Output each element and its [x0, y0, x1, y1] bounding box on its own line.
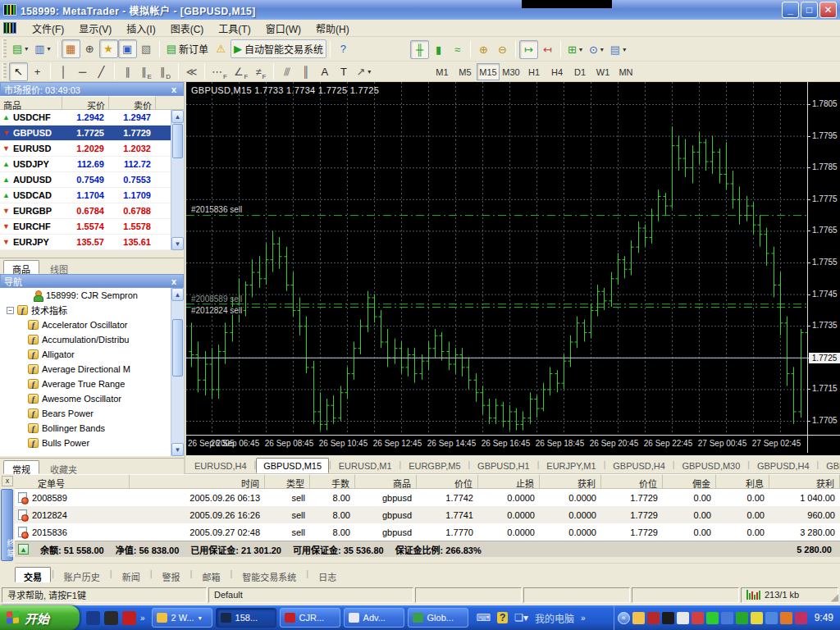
terminal-tab-4[interactable]: 邮箱 — [193, 567, 229, 582]
close-button[interactable]: ✕ — [819, 2, 837, 18]
scroll-up-icon[interactable]: ▲ — [171, 288, 184, 301]
chart-tab-GBPUSD-H1[interactable]: GBPUSD,H1 — [470, 458, 537, 473]
help-button[interactable]: ? — [334, 39, 353, 58]
tab-商品[interactable]: 商品 — [3, 260, 39, 274]
quick-launch-icon-3[interactable] — [122, 611, 136, 625]
new-chart-button[interactable]: ▤▾ — [9, 39, 31, 58]
market-watch-row[interactable]: ▲USDJPY112.69112.72 — [0, 157, 184, 172]
navigator-indicator-item[interactable]: fAwesome Oscillator — [0, 391, 184, 406]
scrollbar-thumb[interactable] — [172, 319, 183, 377]
menu-item[interactable]: 图表(C) — [163, 20, 212, 37]
quick-launch-icon-2[interactable] — [104, 611, 118, 625]
terminal-tab-2[interactable]: 新闻 — [113, 567, 149, 582]
text-label-tool[interactable]: T — [334, 62, 353, 81]
zoom-in-button[interactable]: ⊕ — [474, 40, 493, 59]
fibo-expansion-tool[interactable]: ≠F — [251, 62, 270, 81]
navigator-toggle[interactable]: ★ — [99, 39, 118, 58]
orders-column-header[interactable]: 止损 — [478, 474, 540, 488]
collapse-icon[interactable]: − — [7, 307, 14, 314]
horizontal-line-tool[interactable]: ─ — [73, 62, 92, 81]
chart-tab-GBPUSD-M30[interactable]: GBPUSD,M30 — [674, 458, 747, 473]
taskbar-task-CJR[interactable]: CJR... — [280, 608, 340, 628]
crosshair-tool[interactable]: + — [28, 62, 47, 81]
expert-advisors-button[interactable]: ▶自动智能交易系统 — [231, 39, 326, 58]
timeframe-mn[interactable]: MN — [614, 63, 637, 80]
orders-column-header[interactable]: 价位 — [417, 474, 478, 488]
market-watch-row[interactable]: ▲USDCAD1.17041.1709 — [0, 188, 184, 203]
tray-icon-1[interactable] — [632, 612, 645, 624]
tray-icon-8[interactable] — [736, 612, 748, 624]
status-profile[interactable]: Default — [208, 587, 413, 603]
tray-collapse-icon[interactable]: « — [618, 612, 630, 624]
timeframe-m15[interactable]: M15 — [477, 63, 500, 80]
tray-icon-11[interactable] — [780, 612, 792, 624]
scroll-down-icon[interactable]: ▼ — [171, 443, 184, 456]
menu-item[interactable]: 插入(I) — [119, 20, 162, 37]
chevron-icon[interactable]: » — [581, 614, 586, 623]
chart-plot[interactable]: #2008589 sell#2012824 sell#2015836 sell — [186, 82, 807, 435]
tray-icon-10[interactable] — [765, 612, 778, 624]
chart-time-scale[interactable]: 26 Sep 200526 Sep 06:4526 Sep 08:4526 Se… — [186, 435, 840, 453]
timeframe-m30[interactable]: M30 — [500, 63, 523, 80]
timeframe-w1[interactable]: W1 — [591, 63, 614, 80]
chart-tab-GBPUSD-H4[interactable]: GBPUSD,H4 — [750, 458, 817, 473]
zoom-out-button[interactable]: ⊖ — [493, 40, 512, 59]
order-row[interactable]: 20158362005.09.27 02:48sell8.00gbpusd1.7… — [15, 523, 840, 541]
navigator-indicator-item[interactable]: fAverage Directional M — [0, 362, 184, 377]
orders-column-header[interactable]: 手数 — [310, 474, 355, 488]
my-computer-toolbar[interactable]: 我的电脑 — [535, 611, 574, 625]
tray-icon-12[interactable] — [795, 612, 807, 624]
trendline-tool[interactable]: ╱ — [92, 62, 111, 81]
market-watch-row[interactable]: ▼EURJPY135.57135.61 — [0, 235, 184, 250]
chart-shift-button[interactable]: ↤ — [538, 40, 557, 59]
taskbar-task-Glob[interactable]: Glob... — [408, 608, 468, 628]
fibo-fan-tool[interactable]: ∠F — [231, 62, 252, 81]
indicators-button[interactable]: ⊞▾ — [564, 40, 586, 59]
cycle-lines-tool[interactable]: ║ — [296, 62, 315, 81]
arrows-tool[interactable]: ↗▾ — [353, 62, 374, 81]
orders-column-header[interactable]: 类型 — [265, 474, 310, 488]
navigator-indicator-item[interactable]: fBulls Power — [0, 436, 184, 450]
scroll-down-icon[interactable]: ▼ — [171, 237, 184, 250]
close-icon[interactable]: x — [168, 84, 180, 94]
column-bid[interactable]: 买价 — [62, 96, 109, 109]
navigator-indicator-item[interactable]: fAlligator — [0, 347, 184, 362]
gann-fan-tool[interactable]: ≪ — [182, 62, 201, 81]
menu-item[interactable]: 显示(V) — [71, 20, 119, 37]
order-row[interactable]: 20128242005.09.26 16:26sell8.00gbpusd1.7… — [15, 506, 840, 523]
tray-icon-2[interactable] — [647, 612, 660, 624]
timeframe-m1[interactable]: M1 — [431, 63, 454, 80]
chart-tab-GBPUSD-M15[interactable]: GBPUSD,M15 — [256, 458, 329, 473]
toolbar-grip[interactable] — [2, 63, 7, 79]
parallel-lines-tool[interactable]: ⫻ — [277, 62, 296, 81]
orders-column-header[interactable]: 获利 — [769, 474, 840, 488]
timeframe-h1[interactable]: H1 — [523, 63, 546, 80]
navigator-titlebar[interactable]: 导航 x — [0, 274, 184, 288]
keyboard-layout-icon[interactable]: ⌨ — [477, 612, 491, 623]
maximize-button[interactable]: □ — [801, 2, 818, 18]
tray-icon-6[interactable] — [706, 612, 719, 624]
menu-item[interactable]: 窗口(W) — [258, 20, 308, 37]
data-window-button[interactable]: ⊕ — [80, 39, 99, 58]
navigator-account-item[interactable]: 158999: CJR Sempron — [0, 288, 184, 303]
navigator-group-indicators[interactable]: −f技术指标 — [0, 303, 184, 317]
navigator-indicator-item[interactable]: fBears Power — [0, 406, 184, 421]
chart-window[interactable]: #2008589 sell#2012824 sell#2015836 sell … — [185, 82, 840, 455]
market-watch-scrollbar[interactable]: ▲ ▼ — [171, 110, 184, 250]
toolbar-grip[interactable] — [2, 39, 7, 58]
chart-tab-EURJPY-M1[interactable]: EURJPY,M1 — [539, 458, 603, 473]
tray-icon-7[interactable] — [721, 612, 733, 624]
taskbar-task-158[interactable]: 158... — [216, 608, 276, 628]
terminal-tab-1[interactable]: 账户历史 — [55, 567, 109, 582]
scrollbar-thumb[interactable] — [172, 124, 183, 158]
orders-column-header[interactable]: 获利 — [540, 474, 601, 488]
market-watch-row[interactable]: ▼GBPUSD1.77251.7729 — [0, 126, 184, 141]
cursor-tool[interactable]: ↖ — [9, 62, 28, 81]
channel-e-tool[interactable]: ∥E — [137, 62, 156, 81]
taskbar-task-2W[interactable]: 2 W...▾ — [152, 608, 212, 628]
templates-button[interactable]: ▤▾ — [607, 40, 629, 59]
terminal-tab-3[interactable]: 警报 — [153, 567, 189, 582]
orders-column-header[interactable]: 定单号 — [15, 474, 130, 488]
tab-线图[interactable]: 线图 — [41, 260, 77, 274]
menu-item[interactable]: 文件(F) — [25, 20, 71, 37]
